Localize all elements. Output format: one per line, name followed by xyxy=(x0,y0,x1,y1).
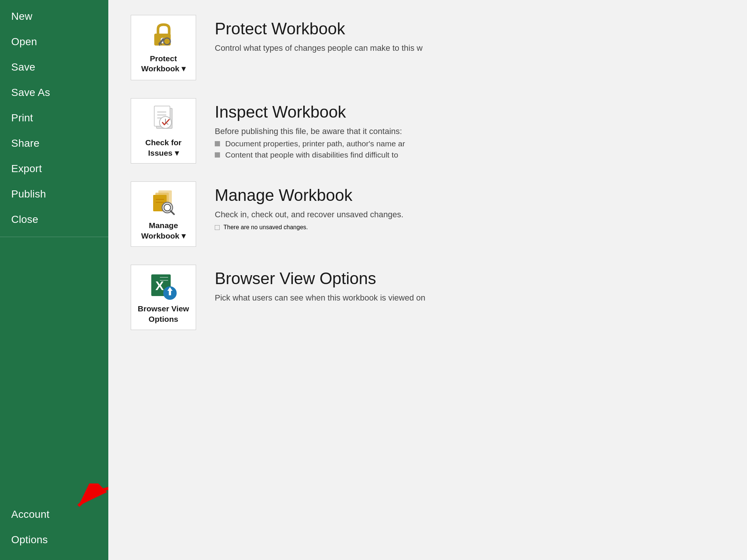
svg-line-24 xyxy=(171,211,174,214)
sidebar-item-print[interactable]: Print xyxy=(0,105,108,131)
protect-workbook-label: ProtectWorkbook ▾ xyxy=(141,53,186,74)
browser-view-options-label: Browser ViewOptions xyxy=(138,304,189,324)
sidebar-item-publish[interactable]: Publish xyxy=(0,181,108,207)
browser-view-options-title: Browser View Options xyxy=(215,269,725,288)
sidebar-item-new[interactable]: New xyxy=(0,4,108,29)
manage-workbook-desc: Check in, check out, and recover unsaved… xyxy=(215,210,725,220)
manage-workbook-label: ManageWorkbook ▾ xyxy=(141,220,186,241)
sidebar-item-open[interactable]: Open xyxy=(0,29,108,55)
inspect-workbook-title: Inspect Workbook xyxy=(215,103,725,121)
protect-workbook-button[interactable]: ProtectWorkbook ▾ xyxy=(131,15,196,80)
protect-workbook-title: Protect Workbook xyxy=(215,19,725,38)
sidebar-item-export[interactable]: Export xyxy=(0,156,108,181)
protect-workbook-section: ProtectWorkbook ▾ Protect Workbook Contr… xyxy=(131,15,725,80)
sidebar-item-close[interactable]: Close xyxy=(0,207,108,232)
bullet-square-2 xyxy=(215,152,220,158)
browser-view-options-section: X Browser ViewOptions Browser View Optio… xyxy=(131,265,725,330)
manage-workbook-note: □ There are no unsaved changes. xyxy=(215,223,725,232)
sidebar-item-options[interactable]: Options xyxy=(0,527,108,553)
sidebar-item-account[interactable]: Account xyxy=(0,502,108,527)
browser-view-options-icon: X xyxy=(149,271,177,300)
check-for-issues-icon xyxy=(151,104,177,134)
browser-view-options-info: Browser View Options Pick what users can… xyxy=(215,265,725,306)
manage-workbook-note-text: There are no unsaved changes. xyxy=(223,224,308,231)
protect-workbook-info: Protect Workbook Control what types of c… xyxy=(215,15,725,56)
inspect-workbook-desc: Before publishing this file, be aware th… xyxy=(215,127,725,136)
check-for-issues-button[interactable]: Check forIssues ▾ xyxy=(131,98,196,164)
browser-view-options-button[interactable]: X Browser ViewOptions xyxy=(131,265,196,330)
manage-workbook-icon xyxy=(150,187,177,217)
inspect-workbook-section: Check forIssues ▾ Inspect Workbook Befor… xyxy=(131,98,725,164)
protect-workbook-icon xyxy=(151,22,177,50)
unsaved-icon: □ xyxy=(215,223,220,232)
protect-workbook-desc: Control what types of changes people can… xyxy=(215,43,725,53)
sidebar-item-share[interactable]: Share xyxy=(0,131,108,156)
check-for-issues-label: Check forIssues ▾ xyxy=(145,137,182,158)
manage-workbook-section: ManageWorkbook ▾ Manage Workbook Check i… xyxy=(131,181,725,247)
inspect-workbook-info: Inspect Workbook Before publishing this … xyxy=(215,98,725,162)
manage-workbook-title: Manage Workbook xyxy=(215,186,725,205)
sidebar-divider xyxy=(0,237,108,237)
inspect-bullet-1: Document properties, printer path, autho… xyxy=(215,139,725,148)
main-content: ProtectWorkbook ▾ Protect Workbook Contr… xyxy=(108,0,747,560)
browser-view-options-desc: Pick what users can see when this workbo… xyxy=(215,293,725,303)
inspect-bullet-2: Content that people with disabilities fi… xyxy=(215,150,725,159)
bullet-square-1 xyxy=(215,141,220,146)
sidebar-item-save-as[interactable]: Save As xyxy=(0,80,108,105)
sidebar: New Open Save Save As Print Share Export… xyxy=(0,0,108,560)
inspect-workbook-bullets: Document properties, printer path, autho… xyxy=(215,139,725,159)
sidebar-item-save[interactable]: Save xyxy=(0,55,108,80)
manage-workbook-button[interactable]: ManageWorkbook ▾ xyxy=(131,181,196,247)
manage-workbook-info: Manage Workbook Check in, check out, and… xyxy=(215,181,725,232)
sidebar-bottom: Account Options xyxy=(0,502,108,560)
